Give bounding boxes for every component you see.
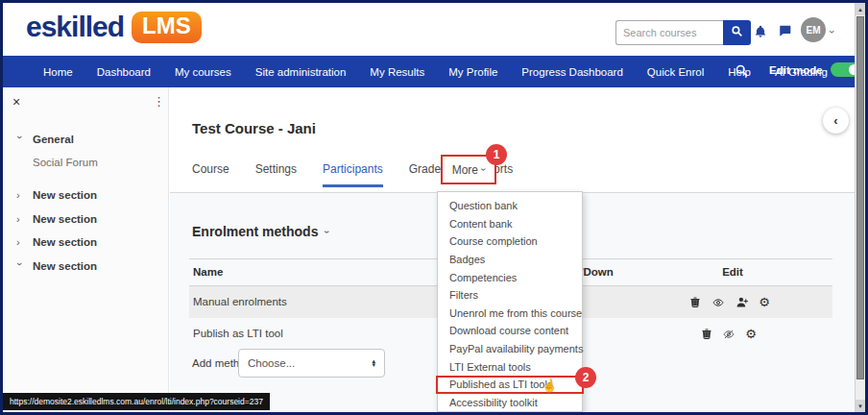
tab-course[interactable]: Course (192, 162, 229, 187)
scrollbar-thumb[interactable] (856, 16, 864, 379)
eye-slash-icon[interactable] (722, 329, 735, 340)
search-icon (735, 64, 749, 81)
search-button[interactable] (723, 20, 751, 45)
scroll-up-icon[interactable]: ▲ (856, 3, 865, 15)
user-menu-chevron-icon[interactable]: › (827, 30, 838, 34)
search-icon (731, 25, 743, 40)
sidebar-item-new-section-4[interactable]: › New section (16, 260, 97, 272)
brand-logo-lms-badge: LMS (132, 12, 202, 43)
chevron-down-icon: › (478, 168, 489, 171)
avatar-initials: EM (807, 25, 821, 36)
select-arrows-icon: ▴▾ (372, 359, 375, 367)
menu-item-course-completion[interactable]: Course completion (438, 232, 582, 251)
enrolment-methods-heading: Enrolment methods › (192, 224, 329, 239)
chevron-left-icon: ‹ (833, 113, 837, 128)
nav-search-button[interactable] (735, 63, 749, 82)
user-avatar[interactable]: EM (801, 17, 826, 42)
menu-item-unenrol-me[interactable]: Unenrol me from this course (438, 305, 582, 323)
chat-icon (778, 24, 792, 40)
menu-item-competencies[interactable]: Competencies (438, 268, 582, 286)
link-status-tooltip: https://demosite2.eskilledlms.com.au/enr… (3, 393, 270, 410)
menu-item-content-bank[interactable]: Content bank (438, 215, 582, 233)
nav-item-dashboard[interactable]: Dashboard (97, 66, 151, 78)
settings-gear-icon[interactable]: ⚙ (759, 296, 770, 308)
more-dropdown-menu: Question bank Content bank Course comple… (437, 191, 583, 412)
chevron-right-icon: › (16, 189, 24, 201)
nav-item-site-administration[interactable]: Site administration (255, 66, 347, 78)
nav-item-home[interactable]: Home (43, 66, 73, 78)
sidebar-item-new-section-3[interactable]: › New section (16, 236, 97, 248)
column-header-edit: Edit (699, 266, 766, 278)
sidebar-item-new-section-1[interactable]: › New section (16, 189, 97, 201)
menu-item-question-bank[interactable]: Question bank (438, 197, 582, 215)
messages-button[interactable] (778, 24, 792, 41)
course-index-drawer: × ⋮ › General Social Forum › New section… (3, 87, 169, 412)
annotation-step-2-badge: 2 (575, 367, 596, 388)
nav-item-my-courses[interactable]: My courses (175, 66, 231, 78)
tab-participants[interactable]: Participants (323, 162, 383, 187)
open-drawer-button[interactable]: ‹ (823, 108, 849, 134)
menu-item-accessibility-toolkit[interactable]: Accessibility toolkit (438, 394, 582, 412)
menu-item-published-as-lti-tools[interactable]: Published as LTI tools ☝ 2 (436, 376, 584, 394)
column-header-name: Name (193, 266, 223, 278)
brand-logo[interactable]: eskilled LMS (26, 11, 202, 43)
nav-item-my-results[interactable]: My Results (370, 66, 424, 78)
eye-icon[interactable] (711, 297, 725, 308)
scroll-down-icon[interactable]: ▼ (856, 400, 865, 412)
chevron-right-icon: › (16, 236, 24, 248)
top-header: eskilled LMS (3, 3, 865, 56)
close-icon[interactable]: × (12, 95, 20, 109)
menu-item-paypal-availability-payments[interactable]: PayPal availability payments (438, 340, 582, 358)
sidebar-item-general[interactable]: › General (16, 134, 74, 145)
tab-settings[interactable]: Settings (255, 162, 297, 187)
menu-item-filters[interactable]: Filters (438, 286, 582, 305)
search-input[interactable] (615, 20, 723, 45)
kebab-menu-icon[interactable]: ⋮ (153, 95, 165, 108)
nav-item-quick-enrol[interactable]: Quick Enrol (647, 66, 704, 78)
chevron-right-icon: › (16, 213, 24, 225)
chevron-down-icon: › (14, 262, 26, 270)
row-actions: ⚙ (701, 318, 757, 350)
edit-mode-label: Edit mode (769, 64, 823, 76)
add-method-select[interactable]: Choose... ▴▾ (238, 349, 385, 378)
sidebar-item-social-forum[interactable]: Social Forum (33, 157, 98, 168)
delete-icon[interactable] (701, 328, 712, 340)
delete-icon[interactable] (689, 296, 701, 308)
notifications-button[interactable] (754, 24, 767, 42)
hand-cursor-icon: ☝ (541, 378, 558, 394)
nav-item-progress-dashboard[interactable]: Progress Dashboard (521, 66, 622, 78)
chevron-down-icon: › (14, 135, 26, 143)
sidebar-item-new-section-2[interactable]: › New section (16, 213, 97, 225)
row-actions: ⚙ (689, 286, 770, 318)
page-scrollbar[interactable]: ▲ ▼ (855, 3, 865, 412)
menu-item-download-course-content[interactable]: Download course content (438, 322, 582, 340)
app-window: eskilled LMS (0, 0, 868, 415)
annotation-step-1-badge: 1 (486, 144, 507, 165)
menu-item-lti-external-tools[interactable]: LTI External tools (438, 357, 582, 376)
brand-logo-text: eskilled (26, 11, 124, 43)
edit-mode-control: Edit mode (769, 62, 861, 77)
menu-item-recycle-bin[interactable]: Recycle bin (438, 411, 582, 415)
chevron-down-icon[interactable]: › (323, 230, 333, 232)
enrol-users-icon[interactable] (735, 296, 749, 308)
settings-gear-icon[interactable]: ⚙ (745, 328, 757, 340)
page-title: Test Course - Jani (192, 120, 316, 136)
course-search (615, 20, 751, 45)
nav-item-my-profile[interactable]: My Profile (448, 66, 497, 78)
menu-item-badges[interactable]: Badges (438, 251, 582, 269)
bell-icon (754, 25, 767, 41)
tab-more[interactable]: More › 1 (441, 155, 496, 184)
